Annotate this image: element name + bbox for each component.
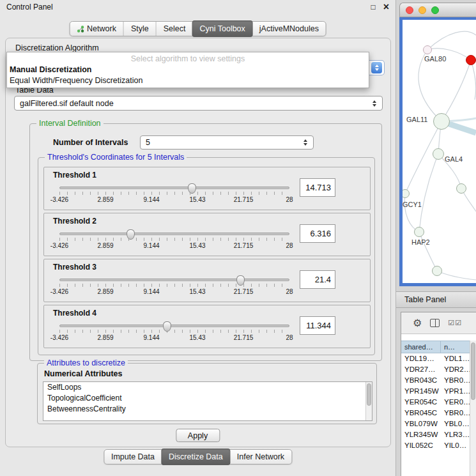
list-scrollbar[interactable]	[365, 382, 372, 420]
column-header-name[interactable]: n…	[441, 341, 470, 353]
list-item[interactable]: BetweennessCentrality	[43, 404, 372, 415]
tab-cyni-toolbox[interactable]: Cyni Toolbox	[192, 20, 252, 37]
node-selected-red[interactable]	[466, 55, 476, 65]
threshold-3-value-field[interactable]: 21.4	[300, 270, 335, 289]
tab-jactivemodules[interactable]: jActiveMNodules	[252, 22, 326, 36]
threshold-4-value-field[interactable]: 11.344	[300, 316, 335, 335]
apply-button[interactable]: Apply	[176, 429, 220, 442]
threshold-4-slider[interactable]: -3.426 2.859 9.144 15.43 21.715 28	[59, 321, 289, 344]
slider-track[interactable]	[59, 325, 289, 327]
algorithm-combobox-edge[interactable]	[369, 60, 385, 75]
scrollbar-thumb[interactable]	[367, 383, 371, 406]
node-gal11[interactable]	[433, 113, 450, 130]
cell-name[interactable]: YLR3…	[441, 429, 470, 440]
tab-network[interactable]: Network	[70, 22, 123, 36]
column-header-shared-name[interactable]: shared…	[401, 341, 441, 353]
cell-name[interactable]: YER0…	[441, 397, 470, 408]
node-unlabeled[interactable]	[456, 183, 466, 194]
network-canvas[interactable]: GAL80 GAL11 GAL4 GCY1 HAP2	[403, 20, 476, 283]
slider-thumb[interactable]	[127, 229, 135, 240]
cell-shared-name[interactable]: YER054C	[401, 397, 441, 408]
gear-icon[interactable]: ⚙	[413, 318, 422, 328]
table-row[interactable]: YLR345W YLR3…	[401, 429, 470, 440]
node-gal4[interactable]	[433, 148, 444, 160]
threshold-2-slider[interactable]: -3.426 2.859 9.144 15.43 21.715 28	[59, 229, 289, 252]
list-item[interactable]: SelfLoops	[43, 382, 372, 393]
slider-track[interactable]	[59, 187, 289, 189]
cell-shared-name[interactable]: YIL052C	[401, 440, 441, 451]
cell-name[interactable]: YPR1…	[441, 386, 470, 397]
slider-scale: -3.426 2.859 9.144 15.43 21.715 28	[59, 196, 289, 204]
cell-name[interactable]: YDL1…	[441, 353, 470, 364]
cell-name[interactable]: YBL0…	[441, 418, 470, 429]
window-title: Control Panel	[6, 3, 53, 12]
cell-shared-name[interactable]: YBL079W	[401, 418, 441, 429]
table-scrollbar[interactable]	[470, 341, 476, 476]
cell-shared-name[interactable]: YDR27…	[401, 364, 441, 375]
close-icon[interactable]: ×	[383, 2, 389, 12]
slider-thumb[interactable]	[188, 183, 196, 194]
node-gal80[interactable]	[423, 45, 432, 54]
mac-minimize-icon[interactable]	[418, 6, 426, 14]
tab-discretize-data[interactable]: Discretize Data	[161, 449, 231, 465]
cell-name[interactable]: YDR2…	[441, 364, 470, 375]
tick-label: 21.715	[234, 242, 254, 249]
thresholds-group-legend: Threshold's Coordinates for 5 Intervals	[45, 153, 187, 162]
table-row[interactable]: YDL19… YDL1…	[401, 353, 470, 364]
columns-icon[interactable]	[430, 319, 440, 327]
tab-infer-network[interactable]: Infer Network	[230, 450, 291, 464]
tab-infer-network-label: Infer Network	[237, 452, 284, 461]
table-row[interactable]: YDR27… YDR2…	[401, 364, 470, 375]
dropdown-option-equal-width-frequency[interactable]: Equal Width/Frequency Discretization	[7, 75, 369, 86]
table-row[interactable]: YER054C YER0…	[401, 397, 470, 408]
select-rows-icon[interactable]: ☑☑	[448, 319, 462, 327]
table-row[interactable]: YBL079W YBL0…	[401, 418, 470, 429]
table-row[interactable]: YBR043C YBR0…	[401, 375, 470, 386]
slider-track[interactable]	[59, 279, 289, 281]
slider-scale: -3.426 2.859 9.144 15.43 21.715 28	[59, 334, 289, 342]
tab-style[interactable]: Style	[123, 22, 156, 36]
mac-close-icon[interactable]	[406, 6, 413, 14]
float-window-icon[interactable]: □	[371, 3, 375, 11]
cell-name[interactable]: YIL0…	[441, 440, 470, 451]
tick-label: 28	[286, 288, 293, 295]
node-label: GAL80	[424, 55, 446, 63]
cell-name[interactable]: YBR0…	[441, 375, 470, 386]
cell-shared-name[interactable]: YPR145W	[401, 386, 441, 397]
cell-shared-name[interactable]: YLR345W	[401, 429, 441, 440]
interval-definition-group: Interval Definition Number of Intervals …	[29, 123, 382, 361]
slider-track[interactable]	[59, 233, 289, 235]
number-of-intervals-combobox[interactable]: 5	[140, 135, 314, 150]
threshold-3-slider[interactable]: -3.426 2.859 9.144 15.43 21.715 28	[59, 275, 289, 298]
cell-name[interactable]: YBR0…	[441, 408, 470, 418]
numerical-attributes-list[interactable]: SelfLoops TopologicalCoefficient Between…	[43, 381, 372, 421]
tab-select[interactable]: Select	[156, 22, 193, 36]
algorithm-group-label: Discretization Algorithm	[15, 43, 99, 52]
threshold-1-slider[interactable]: -3.426 2.859 9.144 15.43 21.715 28	[59, 183, 289, 206]
dropdown-option-manual-discretization[interactable]: Manual Discretization	[7, 65, 369, 75]
threshold-3-block: Threshold 3 -3.426 2.859 9.144 15.43 21.…	[43, 259, 371, 302]
combobox-stepper-icon[interactable]	[371, 62, 382, 73]
node-unlabeled[interactable]	[432, 266, 442, 276]
tab-select-label: Select	[164, 24, 186, 33]
threshold-1-block: Threshold 1 -3.426 2.859 9.144 15.43 21.…	[43, 167, 371, 210]
scrollbar-thumb[interactable]	[471, 342, 475, 400]
table-row[interactable]: YPR145W YPR1…	[401, 386, 470, 397]
down-arrow-icon	[372, 104, 376, 107]
tick-label: 21.715	[234, 196, 254, 203]
tab-impute-data[interactable]: Impute Data	[104, 450, 162, 464]
list-item[interactable]: TopologicalCoefficient	[43, 393, 372, 404]
cell-shared-name[interactable]: YDL19…	[401, 353, 441, 364]
table-row[interactable]: YIL052C YIL0…	[401, 440, 470, 451]
table-row[interactable]: YBR045C YBR0…	[401, 408, 470, 418]
network-window-titlebar[interactable]	[399, 3, 476, 17]
mac-zoom-icon[interactable]	[431, 6, 439, 14]
threshold-1-value-field[interactable]: 14.713	[300, 178, 335, 197]
cell-shared-name[interactable]: YBR045C	[401, 408, 441, 418]
node-hap2[interactable]	[414, 227, 424, 237]
table-data-combobox[interactable]: galFiltered.sif default node	[14, 96, 383, 111]
cell-shared-name[interactable]: YBR043C	[401, 375, 441, 386]
tab-jactivemodules-label: jActiveMNodules	[259, 24, 319, 33]
threshold-2-value-field[interactable]: 6.316	[300, 224, 335, 243]
dropdown-prompt: Select algorithm to view settings	[7, 54, 369, 65]
